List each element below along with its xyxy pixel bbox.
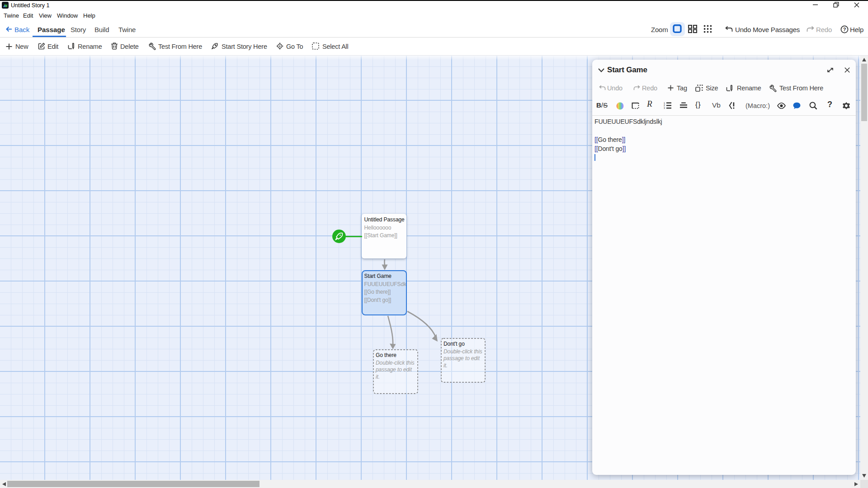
- svg-text:3: 3: [664, 107, 665, 109]
- svg-text:?: ?: [843, 27, 846, 32]
